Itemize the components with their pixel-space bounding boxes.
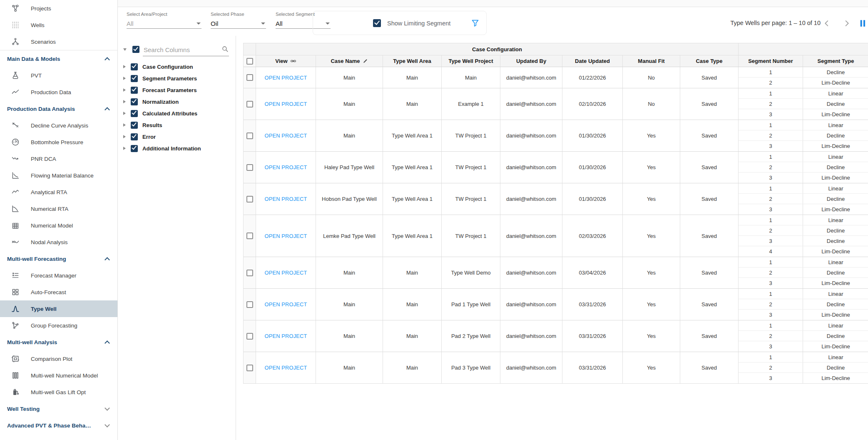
segments: 1Linear2Decline3Lim-Decline [739, 152, 868, 183]
open-project-link[interactable]: OPEN PROJECT [265, 365, 307, 371]
previous-page-button[interactable] [822, 19, 831, 30]
segment-number-cell: 1 [739, 289, 803, 299]
sidebar-section-multi-well-analysis[interactable]: Multi-well Analysis [0, 334, 117, 350]
search-columns-input[interactable] [143, 46, 221, 54]
column-header-case-name[interactable]: Case Name [316, 55, 383, 67]
expand-caret-icon[interactable] [123, 65, 126, 68]
row-checkbox[interactable] [246, 333, 253, 340]
sidebar-item-decline-curve-analysis[interactable]: Decline Curve Analysis [0, 117, 117, 134]
sidebar-item-auto-forecast[interactable]: Auto-Forecast [0, 284, 117, 300]
sidebar-item-nodal-analysis[interactable]: Nodal Analysis [0, 234, 117, 250]
collapse-all-caret-icon[interactable] [123, 48, 127, 51]
sidebar-item-label: Multi-well Gas Lift Opt [31, 389, 86, 395]
expand-caret-icon[interactable] [123, 135, 126, 138]
segment-row: 2Decline [739, 99, 868, 109]
open-project-link[interactable]: OPEN PROJECT [265, 270, 307, 276]
column-checkbox[interactable] [131, 75, 138, 82]
type-well-area-cell: Type Well Area 1 [383, 183, 442, 215]
column-checkbox[interactable] [131, 133, 138, 140]
open-project-link[interactable]: OPEN PROJECT [265, 301, 307, 308]
column-header-updated-by[interactable]: Updated By [500, 55, 562, 67]
column-header-label: Case Name [331, 58, 360, 64]
segment-row: 1Linear [739, 289, 868, 299]
open-project-link[interactable]: OPEN PROJECT [265, 196, 307, 202]
sidebar-item-comparison-plot[interactable]: Comparison Plot [0, 350, 117, 367]
column-header-type-well-area[interactable]: Type Well Area [383, 55, 442, 67]
column-checkbox[interactable] [131, 122, 138, 129]
sidebar-item-analytical-rta[interactable]: Analytical RTA [0, 184, 117, 200]
open-project-link[interactable]: OPEN PROJECT [265, 75, 307, 81]
open-project-link[interactable]: OPEN PROJECT [265, 233, 307, 239]
sidebar-item-projects[interactable]: Projects [0, 0, 117, 17]
row-checkbox[interactable] [246, 164, 253, 171]
column-checkbox[interactable] [131, 110, 138, 117]
column-header-type-well-project[interactable]: Type Well Project [442, 55, 500, 67]
segment-number-cell: 1 [739, 88, 803, 98]
segment-row: 1Linear [739, 352, 868, 362]
row-checkbox[interactable] [246, 270, 253, 276]
select-all-rows-checkbox[interactable] [246, 58, 253, 65]
sidebar-item-numerical-rta[interactable]: Numerical RTA [0, 200, 117, 217]
next-page-button[interactable] [842, 19, 851, 30]
expand-caret-icon[interactable] [123, 123, 126, 127]
sidebar-item-multi-well-numerical-model[interactable]: Multi-well Numerical Model [0, 367, 117, 384]
group-header-spacer-right [739, 43, 868, 55]
filter-select-selected-phase[interactable]: Oil [211, 19, 266, 29]
column-checkbox[interactable] [131, 145, 138, 152]
chevron-up-icon [104, 340, 110, 346]
column-header-segment-number[interactable]: Segment Number [739, 55, 803, 67]
numerical-model-icon [11, 221, 20, 230]
open-project-link[interactable]: OPEN PROJECT [265, 132, 307, 139]
segment-type-cell: Lim-Decline [803, 246, 868, 257]
sidebar-section-main-data-models[interactable]: Main Data & Models [0, 50, 117, 67]
sidebar-section-multi-well-forecasting[interactable]: Multi-well Forecasting [0, 250, 117, 267]
sidebar-item-pvt[interactable]: PVT [0, 67, 117, 84]
row-checkbox[interactable] [246, 101, 253, 108]
sidebar-item-bottomhole-pressure[interactable]: Bottomhole Pressure [0, 134, 117, 150]
row-checkbox[interactable] [246, 132, 253, 139]
row-checkbox[interactable] [246, 232, 253, 239]
type-well-area-cell: Main [383, 320, 442, 352]
sidebar-item-group-forecasting[interactable]: Group Forecasting [0, 317, 117, 334]
sidebar-section-production-data-analysis[interactable]: Production Data Analysis [0, 100, 117, 117]
column-header-case-type[interactable]: Case Type [680, 55, 739, 67]
expand-caret-icon[interactable] [123, 77, 126, 80]
row-checkbox[interactable] [246, 196, 253, 202]
sidebar-section-advanced-pvt-phase-beha[interactable]: Advanced PVT & Phase Beha… [0, 417, 117, 434]
sidebar-item-flowing-material-balance[interactable]: Flowing Material Balance [0, 167, 117, 184]
sidebar-item-label: Production Data [31, 89, 71, 95]
segments: 1Linear2Decline3Lim-Decline [739, 183, 868, 215]
column-header-view[interactable]: View [256, 55, 316, 67]
expand-caret-icon[interactable] [123, 88, 126, 92]
column-header-date-updated[interactable]: Date Updated [562, 55, 623, 67]
column-checkbox[interactable] [131, 87, 138, 94]
open-project-link[interactable]: OPEN PROJECT [265, 101, 307, 107]
sidebar-item-numerical-model[interactable]: Numerical Model [0, 217, 117, 234]
row-checkbox[interactable] [246, 365, 253, 371]
filter-select-select-area-project[interactable]: All [127, 19, 201, 29]
sidebar-item-type-well[interactable]: Type Well [0, 300, 117, 317]
expand-caret-icon[interactable] [123, 100, 126, 103]
expand-caret-icon[interactable] [123, 112, 126, 115]
filter-funnel-icon[interactable] [470, 18, 480, 30]
sidebar-item-scenarios[interactable]: Scenarios [0, 33, 117, 50]
sidebar-item-forecast-manager[interactable]: Forecast Manager [0, 267, 117, 284]
column-checkbox[interactable] [131, 98, 138, 105]
column-header-label: Segment Number [748, 58, 793, 64]
row-checkbox[interactable] [246, 74, 253, 81]
open-project-link[interactable]: OPEN PROJECT [265, 333, 307, 339]
sidebar-item-multi-well-gas-lift-opt[interactable]: Multi-well Gas Lift Opt [0, 384, 117, 400]
column-checkbox[interactable] [131, 63, 138, 70]
sidebar-item-production-data[interactable]: Production Data [0, 84, 117, 100]
sidebar-item-pnr-dca[interactable]: PNR DCA [0, 150, 117, 167]
select-all-columns-checkbox[interactable] [132, 46, 139, 53]
column-header-manual-fit[interactable]: Manual Fit [623, 55, 680, 67]
segment-row: 1Decline [739, 67, 868, 78]
open-project-link[interactable]: OPEN PROJECT [265, 164, 307, 170]
show-limiting-segment-checkbox[interactable] [373, 19, 381, 27]
column-header-segment-type[interactable]: Segment Type [803, 55, 868, 67]
expand-caret-icon[interactable] [123, 147, 126, 150]
row-checkbox[interactable] [246, 301, 253, 308]
sidebar-section-well-testing[interactable]: Well Testing [0, 400, 117, 417]
sidebar-item-wells[interactable]: Wells [0, 17, 117, 33]
